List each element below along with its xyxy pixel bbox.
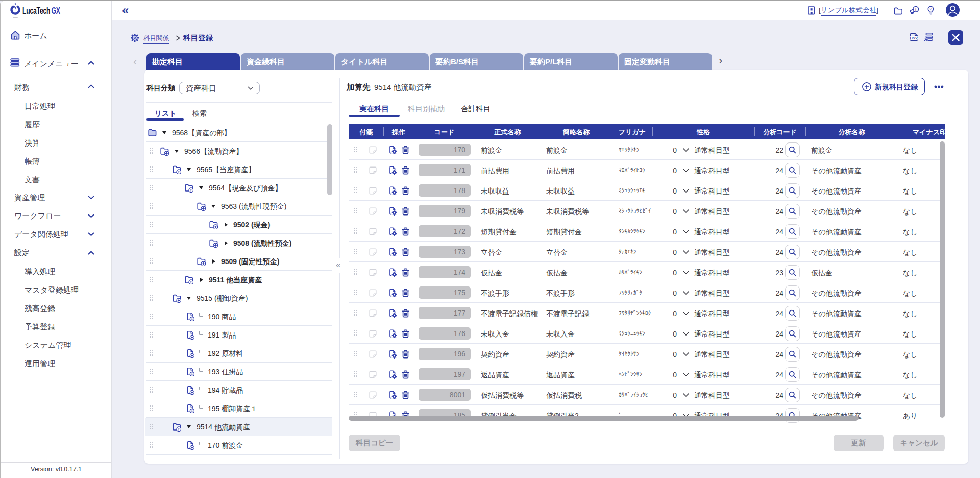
svg-text:?: ? bbox=[929, 7, 932, 11]
svg-text:i: i bbox=[915, 7, 916, 12]
svg-text:CSV: CSV bbox=[910, 36, 918, 40]
